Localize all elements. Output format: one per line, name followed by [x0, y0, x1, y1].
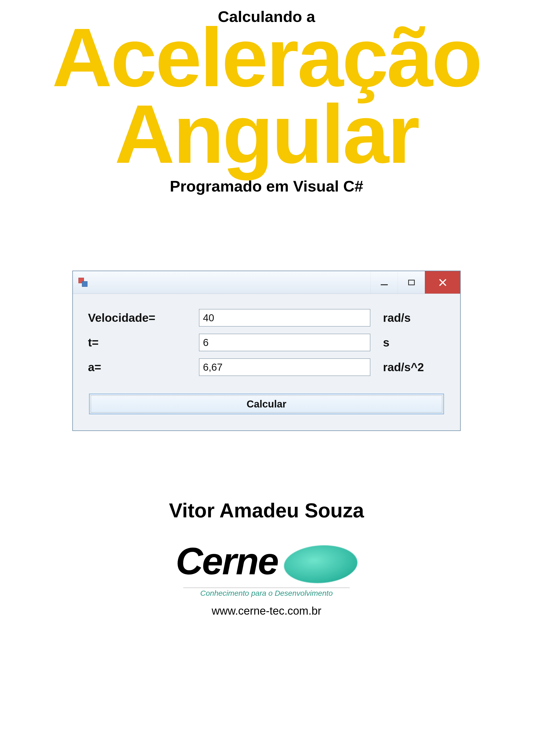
page-subtitle: Programado em Visual C# [170, 177, 363, 195]
unit-velocidade: rad/s [376, 311, 445, 325]
logo-brand-text: Cerne [176, 542, 278, 580]
app-window: Velocidade= rad/s t= s a= rad/s^2 Calcul… [72, 271, 461, 431]
window-client-area: Velocidade= rad/s t= s a= rad/s^2 Calcul… [73, 294, 460, 430]
label-a: a= [88, 360, 194, 374]
input-velocidade[interactable] [199, 309, 370, 327]
row-a: a= rad/s^2 [88, 358, 445, 376]
close-icon [438, 278, 448, 287]
unit-a: rad/s^2 [376, 360, 445, 374]
logo-url: www.cerne-tec.com.br [211, 605, 321, 617]
minimize-button[interactable] [370, 271, 398, 294]
page-title-line2: Angular [115, 94, 419, 174]
window-titlebar[interactable] [73, 271, 460, 294]
close-button[interactable] [425, 271, 460, 294]
logo-ellipse-icon [281, 545, 360, 583]
publisher-logo-block: Cerne Conhecimento para o Desenvolviment… [176, 542, 357, 617]
publisher-logo: Cerne [176, 542, 357, 590]
page-title-line1: Aceleração [52, 18, 481, 97]
unit-t: s [376, 336, 445, 349]
label-t: t= [88, 336, 194, 349]
author-name: Vitor Amadeu Souza [169, 499, 364, 522]
input-t[interactable] [199, 334, 370, 351]
row-velocidade: Velocidade= rad/s [88, 309, 445, 327]
maximize-button[interactable] [398, 271, 425, 294]
calcular-button[interactable]: Calcular [89, 393, 444, 414]
row-t: t= s [88, 334, 445, 351]
label-velocidade: Velocidade= [88, 311, 194, 325]
input-a[interactable] [199, 358, 370, 376]
app-icon [77, 277, 88, 288]
